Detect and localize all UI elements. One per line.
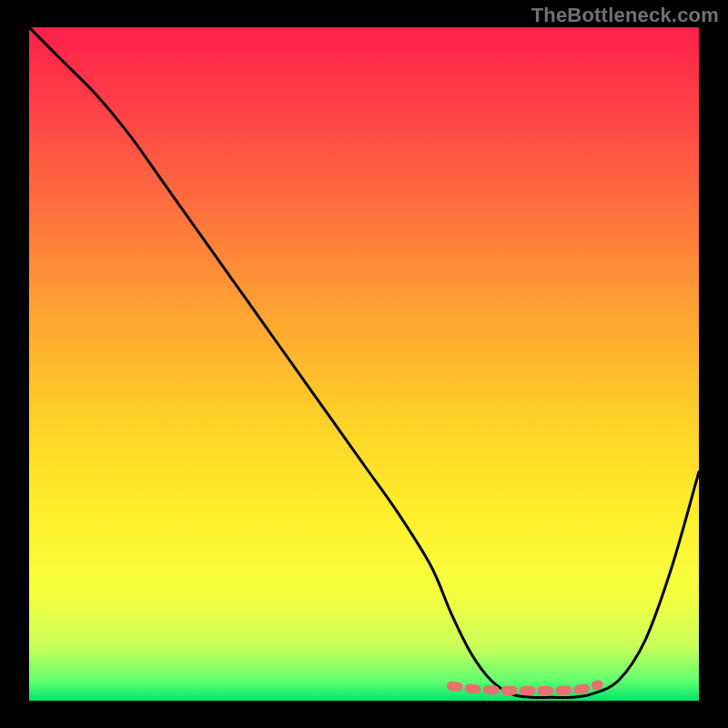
bottleneck-safe-zone-path (451, 684, 599, 691)
chart-svg (29, 27, 699, 701)
plot-area (29, 27, 699, 701)
watermark-text: TheBottleneck.com (531, 4, 719, 27)
chart-frame: TheBottleneck.com (0, 0, 728, 728)
bottleneck-curve-path (29, 27, 699, 698)
